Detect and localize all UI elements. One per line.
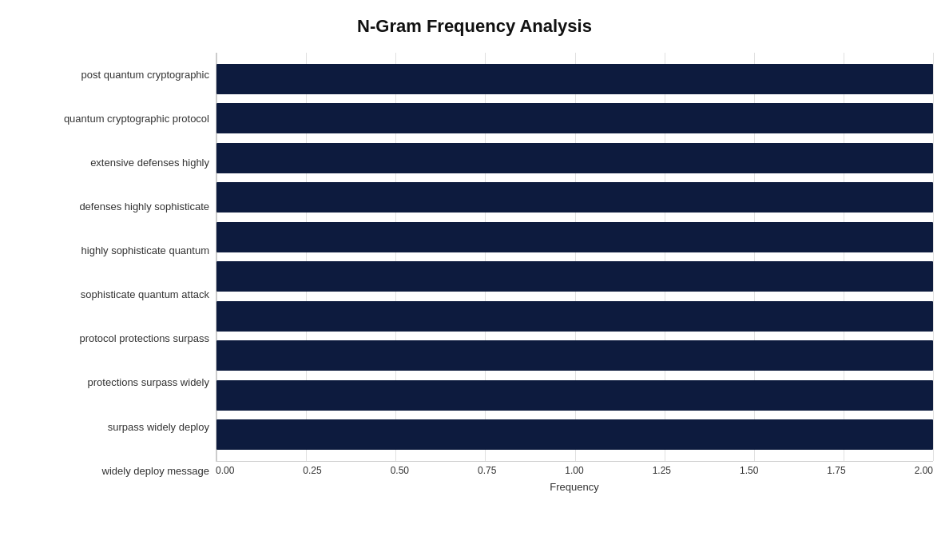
bars-wrapper xyxy=(216,53,933,462)
chart-container: N-Gram Frequency Analysis post quantum c… xyxy=(0,0,949,560)
y-label-0: post quantum cryptographic xyxy=(16,69,209,81)
bar-row-4 xyxy=(216,219,933,256)
bar-9 xyxy=(216,419,933,450)
bar-1 xyxy=(216,103,933,133)
x-axis-label: Frequency xyxy=(216,481,933,493)
y-label-8: surpass widely deploy xyxy=(16,421,209,434)
bar-8 xyxy=(216,380,933,411)
bar-row-8 xyxy=(216,377,933,414)
x-tick-8: 2.00 xyxy=(915,465,933,476)
y-label-3: defenses highly sophisticate xyxy=(16,201,209,213)
bar-row-1 xyxy=(216,100,933,137)
y-label-6: protocol protections surpass xyxy=(16,332,209,345)
bar-4 xyxy=(216,222,933,252)
x-axis: 0.000.250.500.751.001.251.501.752.00 Fre… xyxy=(216,465,933,493)
x-tick-4: 1.00 xyxy=(565,465,583,476)
x-tick-2: 0.50 xyxy=(391,465,409,476)
x-tick-5: 1.25 xyxy=(653,465,671,476)
bar-row-5 xyxy=(216,258,933,295)
chart-title: N-Gram Frequency Analysis xyxy=(16,16,933,37)
bar-row-2 xyxy=(216,140,933,177)
bar-0 xyxy=(216,64,933,94)
x-tick-6: 1.50 xyxy=(740,465,758,476)
bar-row-3 xyxy=(216,179,933,216)
grid-line-8 xyxy=(933,53,934,461)
y-label-4: highly sophisticate quantum xyxy=(16,244,209,257)
y-label-5: sophisticate quantum attack xyxy=(16,288,209,301)
bar-3 xyxy=(216,182,933,212)
x-tick-1: 0.25 xyxy=(303,465,321,476)
plot-area: 0.000.250.500.751.001.251.501.752.00 Fre… xyxy=(216,53,933,493)
x-tick-3: 0.75 xyxy=(478,465,496,476)
chart-area: post quantum cryptographicquantum crypto… xyxy=(16,53,933,493)
bar-row-0 xyxy=(216,61,933,97)
y-label-1: quantum cryptographic protocol xyxy=(16,113,209,125)
bar-row-7 xyxy=(216,337,933,374)
bar-row-9 xyxy=(216,416,933,453)
y-label-7: protections surpass widely xyxy=(16,376,209,389)
x-tick-7: 1.75 xyxy=(827,465,845,476)
x-tick-0: 0.00 xyxy=(216,465,234,476)
bar-5 xyxy=(216,261,933,292)
bar-2 xyxy=(216,143,933,173)
bar-6 xyxy=(216,301,933,332)
bar-7 xyxy=(216,340,933,371)
y-label-9: widely deploy message xyxy=(16,465,209,478)
bar-row-6 xyxy=(216,298,933,335)
y-label-2: extensive defenses highly xyxy=(16,157,209,169)
y-axis: post quantum cryptographicquantum crypto… xyxy=(16,53,216,493)
